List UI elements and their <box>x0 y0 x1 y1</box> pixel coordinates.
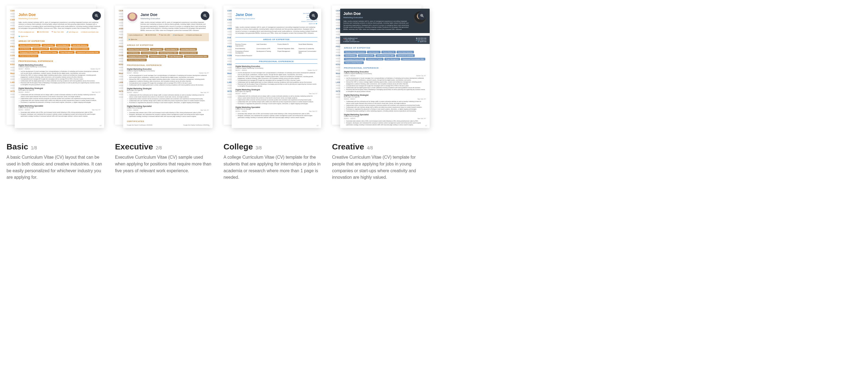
job-company: Burroughs Ad Agency <box>344 96 426 98</box>
preview-wrap: CERTIFICATES CAMPAIGNS AWARDS 2nd Runner… <box>6 5 104 135</box>
template-count: 2/8 <box>156 146 162 151</box>
job-location: New York, NY <box>309 111 317 112</box>
job-title: Digital Marketing Strategist <box>344 94 426 96</box>
cv-page-front[interactable]: Jane Doe Marketing Executive Agile, resu… <box>123 9 213 128</box>
job-bullet: Collaborated with the digital global tea… <box>236 81 317 83</box>
job-block: Digital Marketing Executive Cabalsa Digi… <box>344 71 426 92</box>
cv-name: Jane Doe <box>141 12 209 17</box>
expertise-pill: Lead Generation <box>41 44 55 47</box>
zoom-button[interactable] <box>309 11 318 20</box>
expertise-pill: Email Marketing <box>19 48 31 50</box>
job-bullet: Generated daily website visits of 20k+ a… <box>19 112 100 113</box>
job-period: 09/2015 – 05/2017 <box>236 93 247 94</box>
job-company: Cabalsa Digital Marketing Consultancy <box>19 66 100 67</box>
job-location: New York, NY <box>200 92 209 93</box>
cv-page-front[interactable]: John Doe Marketing Executive Agile, resu… <box>340 9 430 128</box>
expertise-pill: Business Process Improvement <box>19 44 41 47</box>
job-bullet: Led the development of visual messages f… <box>127 74 209 79</box>
cv-page-front[interactable]: Jane Doe Marketing Executive jane.doe@gm… <box>231 9 321 128</box>
job-title: Digital Marketing Strategist <box>236 89 317 91</box>
expertise-pill: Project Management <box>384 58 400 60</box>
job-block: Digital Marketing Executive Cabalsa Digi… <box>236 65 317 87</box>
svg-line-1 <box>97 16 98 17</box>
job-bullet: Advised the CMO on various strategic dig… <box>344 81 426 85</box>
avatar <box>127 12 138 23</box>
expertise-pills: Business Process ImprovementLead Generat… <box>19 44 100 57</box>
section-expertise: AREAS OF EXPERTISE <box>19 40 100 42</box>
expertise-pill: Product-Market Fit <box>381 51 396 54</box>
cv-name: John Doe <box>343 11 411 16</box>
expertise-pill: Development & Training <box>40 51 58 54</box>
cv-page-front[interactable]: John Doe Marketing Executive Agile, resu… <box>14 9 104 128</box>
job-location: New York, NY <box>92 109 100 111</box>
job-block: Digital Marketing Executive Cabalsa Digi… <box>19 64 100 86</box>
expertise-pill: Lead Generation <box>150 48 163 51</box>
expertise-pill: Influential Negotiation Skills <box>50 48 70 50</box>
job-period: 06/2017 – 09/2019 <box>344 75 355 76</box>
expertise-pill: Business Process Improvement <box>344 51 366 54</box>
job-location: New York, NY <box>417 118 426 119</box>
job-block: Digital Marketing Strategist Burroughs A… <box>19 87 100 103</box>
job-bullet: Led the development of visual messages f… <box>236 72 317 76</box>
page-number: 1/2 <box>99 125 101 126</box>
job-bullet: Purchased or negotiated the placement of… <box>344 108 426 110</box>
cv-name: John Doe <box>19 12 100 17</box>
job-bullet: Purchased or negotiated the placement of… <box>127 102 209 103</box>
expertise-pill: Communications & PR <box>358 54 375 57</box>
template-title: College <box>223 142 253 151</box>
job-bullet: Collaborated with user interface design … <box>19 99 100 101</box>
job-bullet: Advised the CMO on various strategic dig… <box>19 74 100 78</box>
expertise-item: Prototyping & Product Development <box>236 51 254 54</box>
expertise-item: Business Process Improvement <box>236 43 254 47</box>
job-title: Digital Marketing Executive <box>344 71 426 73</box>
job-bullet: Partnered with the European Head of Mark… <box>236 83 317 87</box>
job-bullet: Implemented online customer service proc… <box>344 104 426 106</box>
expertise-pill: Email Marketing <box>344 54 357 57</box>
job-company: Cabalsa Digital Marketing Consultancy <box>236 67 317 69</box>
expertise-item: Project Management <box>278 51 297 54</box>
zoom-button[interactable] <box>418 11 426 20</box>
job-bullet: Collaborated with the multimedia and art… <box>127 94 209 98</box>
expertise-pill: Social Media Marketing <box>71 44 88 47</box>
expertise-pill: Supervision & Leadership <box>70 48 89 50</box>
job-location: New York, NY <box>309 93 317 94</box>
template-description: Creative Curriculum Vitae (CV) template … <box>332 154 430 181</box>
cv-role: Marketing Executive <box>19 18 100 20</box>
svg-line-13 <box>423 16 424 17</box>
template-card-exec: CERTIFICATES CAMPAIGNS AWARDS 2nd Runner… <box>115 5 213 181</box>
job-period: 06/2017 – 09/2019 <box>236 69 247 71</box>
certificates-row: Google Ads Search Certification (02/2019… <box>127 124 209 126</box>
template-count: 1/8 <box>31 146 37 151</box>
contact-bar: ✉ john.doe@gmail.com📍 New York, USAin li… <box>340 36 430 44</box>
expertise-pill: Supervision & Leadership <box>396 54 415 57</box>
template-grid: CERTIFICATES CAMPAIGNS AWARDS 2nd Runner… <box>6 5 430 181</box>
job-company: CJMS Print & Design <box>236 108 317 110</box>
expertise-pill: Influential Negotiation Skills <box>158 52 178 54</box>
job-bullet: Conducted financial modeling for online … <box>344 110 426 112</box>
job-title: Digital Marketing Strategist <box>127 88 209 90</box>
zoom-button[interactable] <box>201 11 209 20</box>
section-experience: PROFESSIONAL EXPERIENCE <box>344 67 426 69</box>
job-title: Digital Marketing Executive <box>127 68 209 70</box>
section-experience: PROFESSIONAL EXPERIENCE <box>19 60 100 62</box>
section-expertise: AREAS OF EXPERTISE <box>236 37 317 42</box>
expertise-pill: Prototyping & Product Design <box>127 55 148 58</box>
job-title: Digital Marketing Strategist <box>19 87 100 89</box>
template-card-basic: CERTIFICATES CAMPAIGNS AWARDS 2nd Runner… <box>6 5 104 181</box>
job-bullet: Partnered with the European Head of Mark… <box>19 82 100 86</box>
zoom-button[interactable] <box>92 11 101 20</box>
job-block: Digital Marketing Strategist Burroughs A… <box>127 88 209 103</box>
job-period: 09/2015 – 05/2017 <box>19 91 30 93</box>
page-number: 1/2 <box>208 125 210 126</box>
job-company: CJMS Print & Design <box>344 116 426 117</box>
job-bullet: Collaborated with user interface design … <box>344 106 426 108</box>
job-bullet: Purchased or negotiated the placement of… <box>19 101 100 103</box>
preview-wrap: CERTIFICATES CAMPAIGNS AWARDS 2nd Runner… <box>115 5 213 135</box>
expertise-pill: Communications & PR <box>141 52 158 54</box>
job-bullet: Collaborated with the digital global tea… <box>344 87 426 89</box>
cv-role: Marketing Executive <box>141 18 209 20</box>
expertise-pill: Interpersonal Communication Skills <box>184 55 208 58</box>
expertise-pill: Social Media Marketing <box>180 48 197 51</box>
job-bullet: Conceptualized and managed 25 Google Ads… <box>127 82 209 84</box>
expertise-pill: Interpersonal Communication Skills <box>75 51 100 54</box>
